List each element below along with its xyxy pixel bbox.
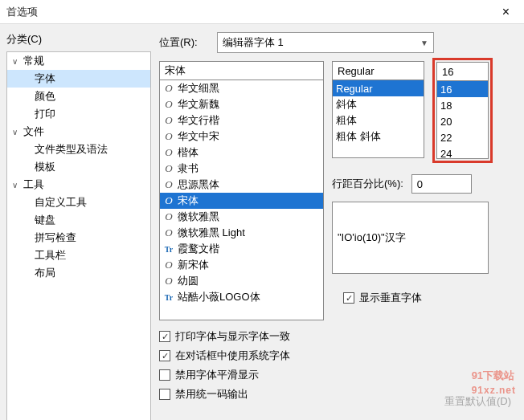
font-preview: "IO'io(10)"汉字 [332, 202, 489, 274]
list-item[interactable]: O隶书 [160, 161, 323, 177]
tree-item[interactable]: 文件类型及语法 [7, 141, 150, 158]
tree-item[interactable]: 布局 [7, 264, 150, 282]
main-panel: 位置(R): 编辑器字体 1 ▼ 宋体 O华文细黑O华文新魏O华文行楷O华文中宋… [159, 32, 518, 412]
checkbox-label: 禁用字体平滑显示 [175, 368, 259, 382]
size-input[interactable]: 16 [436, 62, 489, 81]
list-item[interactable]: 18 [437, 97, 488, 113]
tree-item[interactable]: 工具栏 [7, 247, 150, 264]
opentype-icon: O [163, 130, 174, 143]
checkbox-label: 打印字体与显示字体一致 [175, 329, 290, 344]
checkbox[interactable] [159, 350, 170, 361]
line-spacing-label: 行距百分比(%): [332, 177, 403, 191]
list-item[interactable]: 20 [437, 113, 488, 129]
chevron-down-icon: ∨ [12, 57, 23, 66]
tree-item[interactable]: 拼写检查 [7, 229, 150, 247]
opentype-icon: O [163, 259, 174, 271]
list-item[interactable]: O新宋体 [160, 257, 323, 273]
list-item[interactable]: 斜体 [333, 96, 424, 112]
checkbox-label: 在对话框中使用系统字体 [175, 349, 290, 363]
list-item[interactable]: Tr站酷小薇LOGO体 [160, 289, 323, 305]
tree-item[interactable]: 键盘 [7, 211, 150, 229]
tree-item[interactable]: 字体 [7, 70, 150, 88]
checkbox-label: 显示垂直字体 [359, 291, 422, 305]
location-value: 编辑器字体 1 [223, 35, 284, 50]
font-listbox[interactable]: O华文细黑O华文新魏O华文行楷O华文中宋O楷体O隶书O思源黑体O宋体O微软雅黑O… [159, 80, 324, 320]
opentype-icon: O [163, 162, 174, 175]
dialog-content: 分类(C) ∨常规字体颜色打印∨文件文件类型及语法模板∨工具自定义工具键盘拼写检… [0, 24, 524, 420]
vertical-font-checks: 显示垂直字体 [343, 288, 493, 308]
tree-item[interactable]: 模板 [7, 158, 150, 176]
tree-group[interactable]: ∨工具 [7, 176, 150, 194]
list-item[interactable]: O华文细黑 [160, 80, 323, 96]
checkbox[interactable] [159, 389, 170, 400]
close-icon[interactable]: × [494, 5, 518, 19]
checkbox-row[interactable]: 在对话框中使用系统字体 [159, 346, 324, 365]
checkbox[interactable] [159, 331, 170, 342]
chevron-down-icon: ∨ [12, 128, 23, 137]
opentype-icon: O [163, 178, 174, 191]
list-item[interactable]: 24 [437, 145, 488, 159]
chevron-down-icon: ∨ [12, 181, 23, 190]
style-input[interactable]: Regular [332, 61, 424, 80]
opentype-icon: O [163, 275, 174, 287]
checkbox-row[interactable]: 显示垂直字体 [343, 288, 493, 308]
opentype-icon: O [163, 194, 174, 207]
style-listbox[interactable]: Regular斜体粗体粗体 斜体 [332, 80, 424, 158]
titlebar: 首选项 × [0, 0, 524, 24]
list-item[interactable]: O华文中宋 [160, 128, 323, 145]
list-item[interactable]: O微软雅黑 Light [160, 225, 323, 241]
list-item[interactable]: Regular [333, 80, 424, 96]
list-item[interactable]: O思源黑体 [160, 177, 323, 193]
checkbox-row[interactable]: 打印字体与显示字体一致 [159, 327, 324, 346]
style-column: Regular Regular斜体粗体粗体 斜体 [332, 61, 424, 163]
category-sidebar: 分类(C) ∨常规字体颜色打印∨文件文件类型及语法模板∨工具自定义工具键盘拼写检… [6, 32, 151, 412]
list-item[interactable]: O宋体 [160, 193, 323, 209]
opentype-icon: O [163, 114, 174, 127]
list-item[interactable]: O微软雅黑 [160, 209, 323, 225]
opentype-icon: O [163, 98, 174, 111]
tree-group[interactable]: ∨文件 [7, 123, 150, 141]
font-column: 宋体 O华文细黑O华文新魏O华文行楷O华文中宋O楷体O隶书O思源黑体O宋体O微软… [159, 61, 324, 404]
line-spacing-row: 行距百分比(%): 0 [332, 174, 493, 194]
location-row: 位置(R): 编辑器字体 1 ▼ [159, 32, 518, 53]
checkbox-label: 禁用统一码输出 [175, 387, 248, 402]
font-area: 宋体 O华文细黑O华文新魏O华文行楷O华文中宋O楷体O隶书O思源黑体O宋体O微软… [159, 61, 518, 404]
checkbox-row[interactable]: 禁用统一码输出 [159, 385, 324, 404]
reset-defaults-button[interactable]: 重置默认值(D) [444, 394, 511, 409]
tree-item[interactable]: 打印 [7, 105, 150, 123]
list-item[interactable]: 16 [437, 81, 488, 97]
location-select[interactable]: 编辑器字体 1 ▼ [217, 32, 434, 53]
opentype-icon: O [163, 226, 174, 239]
checkbox[interactable] [343, 292, 354, 304]
opentype-icon: O [163, 82, 174, 95]
category-label: 分类(C) [6, 32, 151, 47]
category-tree[interactable]: ∨常规字体颜色打印∨文件文件类型及语法模板∨工具自定义工具键盘拼写检查工具栏布局 [6, 51, 151, 420]
size-column: 16 1618202224 [432, 58, 493, 163]
window-title: 首选项 [6, 5, 494, 19]
truetype-icon: Tr [163, 293, 174, 302]
line-spacing-input[interactable]: 0 [411, 174, 472, 194]
opentype-icon: O [163, 210, 174, 223]
size-listbox[interactable]: 1618202224 [436, 80, 489, 159]
tree-item[interactable]: 自定义工具 [7, 194, 150, 211]
font-name-input[interactable]: 宋体 [159, 61, 324, 80]
location-label: 位置(R): [159, 35, 206, 50]
list-item[interactable]: O华文新魏 [160, 96, 323, 112]
chevron-down-icon: ▼ [420, 39, 428, 47]
list-item[interactable]: O楷体 [160, 145, 323, 161]
tree-item[interactable]: 颜色 [7, 88, 150, 105]
list-item[interactable]: O幼圆 [160, 273, 323, 289]
list-item[interactable]: 22 [437, 129, 488, 145]
font-options-checks: 打印字体与显示字体一致在对话框中使用系统字体禁用字体平滑显示禁用统一码输出 [159, 327, 324, 404]
checkbox-row[interactable]: 禁用字体平滑显示 [159, 365, 324, 385]
list-item[interactable]: Tr霞鹜文楷 [160, 241, 323, 257]
opentype-icon: O [163, 146, 174, 159]
checkbox[interactable] [159, 369, 170, 381]
list-item[interactable]: O华文行楷 [160, 112, 323, 128]
tree-group[interactable]: ∨常规 [7, 52, 150, 70]
list-item[interactable]: 粗体 斜体 [333, 128, 424, 145]
truetype-icon: Tr [163, 245, 174, 254]
right-column: Regular Regular斜体粗体粗体 斜体 16 1618202224 行… [332, 61, 493, 404]
list-item[interactable]: 粗体 [333, 112, 424, 128]
